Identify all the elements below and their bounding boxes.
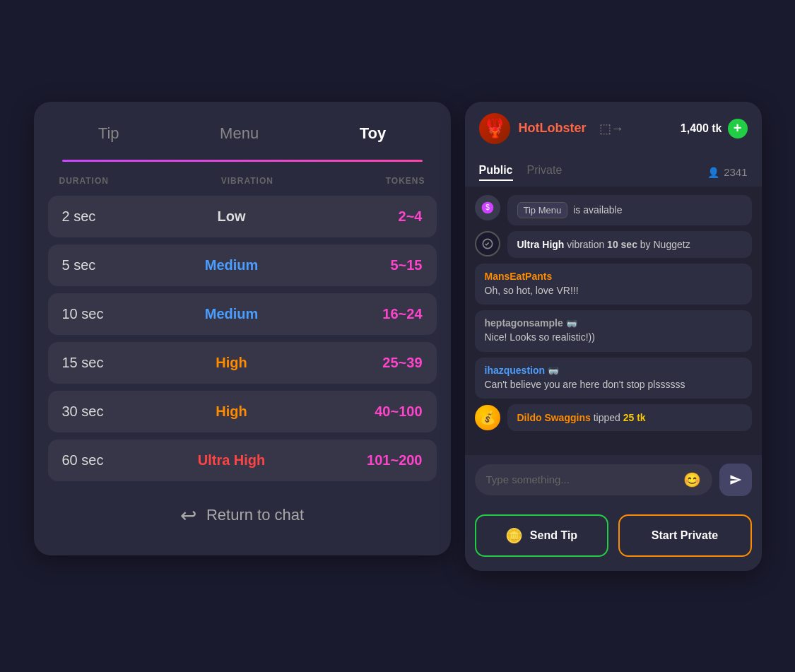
tab-toy[interactable]: Toy [346,119,400,148]
viewer-number: 2341 [724,166,747,178]
chat-messages: $ Tip Menu is available Ultra High vibra… [465,187,762,455]
chat-text-1: Oh, so hot, love VR!!! [485,284,742,298]
chat-username-3: ihazquestion 🥽 [485,365,742,376]
send-tip-label: Send Tip [530,529,577,542]
vr-icon-1: 🥽 [566,318,577,329]
user-header: 🦞 HotLobster ⬚→ 1,400 tk + [465,102,762,155]
col-duration: DURATION [59,176,109,186]
return-icon: ↩ [180,504,196,527]
coin-icon: 💰 [475,405,500,430]
duration-6: 60 sec [62,452,126,468]
tip-amount: 25 tk [623,412,646,423]
toy-row-5[interactable]: 30 sec High 40~100 [48,391,437,432]
tab-bar: Tip Menu Toy [48,119,437,148]
vibration-text: Ultra High vibration 10 sec by Nuggetz [517,239,690,250]
duration-1: 2 sec [62,208,126,225]
return-to-chat-button[interactable]: ↩ Return to chat [48,497,437,534]
tipper-name: Dildo Swaggins [517,412,591,423]
vibration-3: Medium [182,306,281,322]
right-panel: 🦞 HotLobster ⬚→ 1,400 tk + Public Privat… [465,102,762,571]
vibration-icon [475,231,500,257]
vibration-message: Ultra High vibration 10 sec by Nuggetz [507,231,752,258]
add-tokens-button[interactable]: + [728,119,748,138]
toy-row-1[interactable]: 2 sec Low 2~4 [48,196,437,237]
logout-icon[interactable]: ⬚→ [599,121,624,136]
input-placeholder: Type something... [486,473,570,485]
send-tip-icon: 🪙 [505,527,523,544]
chat-username-2: heptagonsample 🥽 [485,317,742,329]
toy-row-4[interactable]: 15 sec High 25~39 [48,342,437,384]
viewer-count: 👤 2341 [707,166,747,178]
tip-avail-text: is available [573,204,622,216]
tip-message: Dildo Swaggins tipped 25 tk [507,404,752,431]
vibration-2: Medium [182,257,281,273]
tokens-3: 16~24 [338,306,423,322]
vibration-suffix: by Nuggetz [640,239,690,250]
tab-tip[interactable]: Tip [84,119,134,148]
chat-text-3: Can't believe you are here don't stop pl… [485,378,742,392]
chat-text-2: Nice! Looks so realistic!)) [485,331,742,345]
token-display: 1,400 tk + [681,119,748,138]
list-item: 💰 Dildo Swaggins tipped 25 tk [475,404,752,431]
duration-2: 5 sec [62,257,126,273]
vibration-1: Low [182,208,281,225]
tip-menu-badge: Tip Menu [517,202,568,218]
vibration-5: High [182,403,281,420]
send-tip-button[interactable]: 🪙 Send Tip [475,514,608,557]
tokens-6: 101~200 [338,452,423,468]
vr-icon-2: 🥽 [548,365,559,376]
main-container: Tip Menu Toy DURATION VIBRATION TOKENS 2… [6,73,790,599]
duration-3: 10 sec [62,306,126,322]
tab-public[interactable]: Public [479,164,513,181]
avatar: 🦞 [479,113,510,144]
tipped-label: tipped [594,412,623,423]
vibration-label: vibration [567,239,607,250]
toy-row-2[interactable]: 5 sec Medium 5~15 [48,244,437,286]
start-private-button[interactable]: Start Private [618,514,752,557]
toy-row-6[interactable]: 60 sec Ultra High 101~200 [48,440,437,481]
send-message-button[interactable] [719,464,752,496]
left-panel: Tip Menu Toy DURATION VIBRATION TOKENS 2… [34,102,451,555]
tab-private[interactable]: Private [527,164,563,181]
tokens-5: 40~100 [338,403,423,420]
col-tokens: TOKENS [386,176,425,186]
vibration-level: Ultra High [517,239,565,250]
username: HotLobster [519,121,587,136]
avatar-emoji: 🦞 [483,117,506,139]
user-info: 🦞 HotLobster ⬚→ [479,113,624,144]
list-item: $ Tip Menu is available [475,195,752,225]
return-label: Return to chat [206,506,304,524]
chat-tab-group: Public Private [479,164,563,181]
vibration-duration: 10 sec [607,239,637,250]
list-item: MansEatPants Oh, so hot, love VR!!! [475,264,752,305]
col-vibration: VIBRATION [221,176,273,186]
vibration-6: Ultra High [182,452,281,468]
duration-5: 30 sec [62,403,126,420]
tokens-2: 5~15 [338,257,423,273]
tab-underline [62,160,423,162]
person-icon: 👤 [707,167,719,178]
vibration-4: High [182,355,281,371]
tip-menu-message: Tip Menu is available [507,195,752,225]
list-item: heptagonsample 🥽 Nice! Looks so realisti… [475,310,752,352]
svg-text:$: $ [485,204,490,211]
tip-menu-icon: $ [475,195,500,220]
emoji-button[interactable]: 😊 [683,471,701,488]
action-buttons: 🪙 Send Tip Start Private [465,505,762,571]
tokens-1: 2~4 [338,208,423,225]
tab-menu[interactable]: Menu [206,119,273,148]
column-headers: DURATION VIBRATION TOKENS [48,176,437,186]
chat-username-1: MansEatPants [485,271,742,282]
tokens-4: 25~39 [338,355,423,371]
toy-row-3[interactable]: 10 sec Medium 16~24 [48,293,437,335]
tip-text: Dildo Swaggins tipped 25 tk [517,412,646,423]
list-item: Ultra High vibration 10 sec by Nuggetz [475,231,752,258]
chat-input-area: Type something... 😊 [465,455,762,505]
token-amount: 1,400 tk [681,122,722,135]
list-item: ihazquestion 🥽 Can't believe you are her… [475,358,752,399]
duration-4: 15 sec [62,355,126,371]
start-private-label: Start Private [652,529,718,542]
chat-input-wrapper[interactable]: Type something... 😊 [475,464,712,495]
chat-tabs: Public Private 👤 2341 [465,155,762,187]
